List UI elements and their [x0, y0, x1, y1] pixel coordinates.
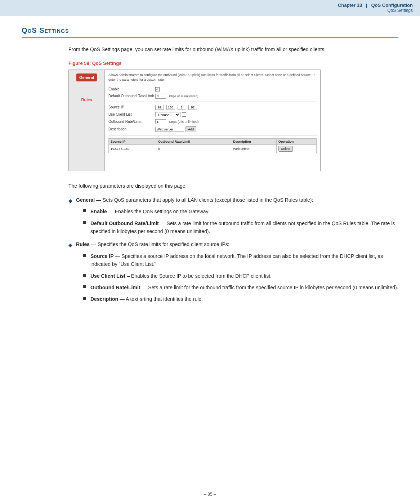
qos-desc-text: Allows Administrators to configure the o…	[108, 73, 317, 84]
qos-sidebar-general[interactable]: General	[76, 73, 97, 81]
page-header: Chapter 13 | QoS Configuration QoS Setti…	[0, 0, 420, 15]
sub-bullet-square-client-list	[83, 274, 86, 277]
parameters-intro: The following parameters are displayed o…	[68, 182, 398, 190]
sub-bullet-outbound-content: Outbound Rate/Limit — Sets a rate limit …	[90, 284, 398, 291]
qos-source-ip-row: Source IP . . .	[108, 105, 317, 110]
qos-table-head: Source IP Outbound Rate/Limit Descriptio…	[109, 138, 317, 144]
qos-ip-octet-4[interactable]	[188, 105, 197, 110]
qos-description-input[interactable]	[155, 127, 184, 132]
sub-bullet-enable-term: Enable	[90, 209, 107, 214]
bullet-rules-term: Rules	[76, 241, 90, 247]
qos-table-row: 192.168.1.60 0 Web server Delete	[109, 144, 317, 153]
qos-screenshot-inner: General Rules Allows Administrators to c…	[69, 70, 320, 171]
qos-row-description: Web server	[231, 144, 276, 153]
qos-client-list-value: Choose...	[155, 112, 186, 117]
sub-bullet-source-ip-content: Source IP — Specifies a source IP addres…	[90, 252, 398, 268]
qos-screenshot: General Rules Allows Administrators to c…	[68, 70, 321, 171]
bullet-rules-desc: — Specifies the QoS rate limits for spec…	[91, 241, 229, 247]
qos-add-button[interactable]: Add	[186, 126, 196, 132]
qos-outbound-rate-hint: KBps (0 is unlimited)	[169, 120, 199, 124]
qos-ip-octet-3[interactable]	[178, 105, 186, 110]
qos-source-ip-label: Source IP	[108, 105, 155, 109]
sub-bullet-square-description	[83, 297, 86, 300]
sub-bullet-square-default-rate	[83, 221, 86, 224]
qos-enable-checkbox[interactable]	[155, 87, 160, 92]
qos-rate-row: Default Outbound Rate/Limit Kbps (0 is u…	[108, 94, 317, 99]
qos-outbound-rate-input[interactable]	[155, 119, 166, 124]
sub-bullet-client-list-desc: – Enables the Source IP to be selected f…	[127, 273, 272, 279]
sub-bullet-source-ip: Source IP — Specifies a source IP addres…	[83, 252, 398, 268]
sub-bullet-outbound-term: Outbound Rate/Limit	[90, 285, 140, 290]
sub-bullet-default-rate: Default Outbound Rate/Limit — Sets a rat…	[83, 219, 398, 236]
sub-bullet-description: Description — A text srting that identif…	[83, 295, 398, 303]
sub-bullet-client-list-term: Use Client List	[90, 273, 125, 279]
chapter-title: QoS Configuration	[371, 3, 413, 8]
qos-enable-row: Enable	[108, 87, 317, 92]
bullet-general-content: General — Sets QoS parameters that apply…	[76, 196, 398, 236]
qos-sidebar-rules[interactable]: Rules	[79, 96, 95, 104]
sub-bullet-description-content: Description — A text srting that identif…	[90, 295, 398, 303]
chapter-label: Chapter 13 | QoS Configuration	[338, 3, 413, 8]
sub-bullet-description-desc: — A text srting that identifies the rule…	[120, 296, 203, 302]
qos-delete-button[interactable]: Delete	[278, 146, 293, 152]
qos-ip-octet-2[interactable]	[166, 105, 175, 110]
qos-col-rate: Outbound Rate/Limit	[156, 138, 231, 144]
sub-bullet-description-term: Description	[90, 296, 118, 302]
qos-outbound-rate-value: KBps (0 is unlimited)	[155, 119, 199, 124]
qos-rules-table: Source IP Outbound Rate/Limit Descriptio…	[108, 138, 317, 153]
sub-bullet-enable-content: Enable — Enables the QoS settings on the…	[90, 208, 398, 215]
qos-row-rate: 0	[156, 144, 231, 153]
bullet-diamond-general: ◆	[68, 197, 72, 205]
qos-enable-value	[155, 87, 160, 92]
sub-bullet-source-ip-term: Source IP	[90, 253, 114, 259]
qos-ip-octet-1[interactable]	[155, 105, 164, 110]
sub-bullet-square-outbound	[83, 285, 86, 288]
chapter-subtitle: QoS Settings	[0, 8, 413, 13]
qos-section-divider	[108, 102, 317, 102]
sub-bullet-square-source-ip	[83, 254, 86, 257]
sub-bullet-default-rate-term: Default Outbound Rate/Limit	[90, 220, 159, 226]
sub-bullet-square-enable	[83, 209, 86, 212]
page-number: – 85 –	[204, 492, 216, 497]
qos-table-divider	[108, 135, 317, 135]
sub-bullet-outbound: Outbound Rate/Limit — Sets a rate limit …	[83, 284, 398, 291]
bullet-general-desc: — Sets QoS parameters that apply to all …	[96, 197, 313, 203]
figure-caption: Figure 58: QoS Settings	[68, 61, 398, 66]
qos-source-ip-value: . . .	[155, 105, 197, 110]
sub-bullet-enable-desc: — Enables the QoS settings on the Gatewa…	[108, 209, 210, 214]
qos-col-operation: Operation	[276, 138, 316, 144]
bullet-rules: ◆ Rules — Specifies the QoS rate limits …	[68, 240, 398, 303]
qos-row-source-ip: 192.168.1.60	[109, 144, 156, 153]
sub-bullet-enable: Enable — Enables the QoS settings on the…	[83, 208, 398, 215]
qos-description-label: Description	[108, 127, 155, 131]
qos-rate-value: Kbps (0 is unlimited)	[155, 94, 198, 99]
chapter-text: Chapter 13	[338, 3, 362, 8]
section-title: QoS Settings	[22, 26, 398, 38]
qos-outbound-rate-label: Outbound Rate/Limit	[108, 120, 155, 124]
bullet-rules-content: Rules — Specifies the QoS rate limits fo…	[76, 240, 398, 303]
sub-bullet-client-list: Use Client List – Enables the Source IP …	[83, 272, 398, 280]
bullet-diamond-rules: ◆	[68, 241, 72, 249]
qos-ip-dot-1: .	[165, 105, 166, 109]
qos-sidebar: General Rules	[69, 70, 105, 171]
qos-row-operation: Delete	[276, 144, 316, 153]
desc-list: The following parameters are displayed o…	[68, 182, 398, 303]
qos-client-list-checkbox[interactable]	[182, 112, 186, 117]
qos-main-panel: Allows Administrators to configure the o…	[105, 70, 320, 171]
qos-rate-label: Default Outbound Rate/Limit	[108, 94, 155, 98]
qos-client-list-row: Use Client List Choose...	[108, 112, 317, 117]
qos-col-source-ip: Source IP	[109, 138, 156, 144]
qos-description-row: Description Add	[108, 126, 317, 132]
qos-outbound-rate-row: Outbound Rate/Limit KBps (0 is unlimited…	[108, 119, 317, 124]
qos-col-description: Description	[231, 138, 276, 144]
qos-enable-label: Enable	[108, 87, 155, 91]
qos-rate-input[interactable]	[155, 94, 166, 99]
bullet-general-term: General	[76, 197, 95, 203]
intro-text: From the QoS Settings page, you can set …	[68, 45, 398, 53]
sub-bullet-default-rate-content: Default Outbound Rate/Limit — Sets a rat…	[90, 219, 398, 236]
qos-description-value: Add	[155, 126, 196, 132]
qos-rate-hint: Kbps (0 is unlimited)	[169, 94, 198, 98]
qos-ip-dot-2: .	[176, 105, 177, 109]
qos-client-list-select[interactable]: Choose...	[155, 112, 180, 117]
sub-bullet-outbound-desc: — Sets a rate limit for the outbound tra…	[142, 285, 398, 290]
